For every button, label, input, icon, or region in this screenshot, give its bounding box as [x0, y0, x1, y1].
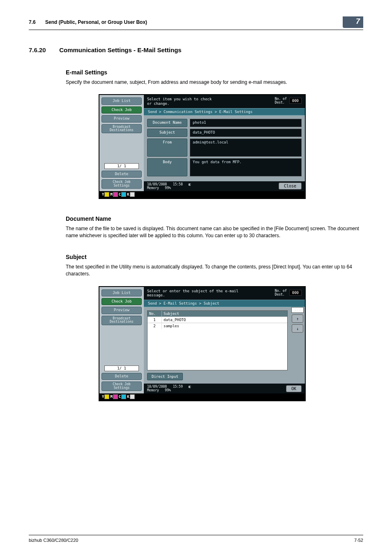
toner-y-icon [104, 192, 109, 197]
status-icon: ◧ [189, 183, 191, 186]
toner-c-label: C [119, 395, 121, 399]
toner-k-label: K [127, 395, 129, 399]
sidebar-pager: 1/ 1 [104, 163, 139, 169]
body-value: You got data from MFP. [190, 158, 302, 176]
subject-button[interactable]: Subject [147, 129, 187, 137]
from-button[interactable]: From [147, 139, 187, 157]
sidebar-pager: 1/ 1 [104, 365, 139, 371]
ok-button[interactable]: OK [286, 385, 302, 392]
status-date: 10/09/2008 [147, 183, 167, 186]
delete-button[interactable]: Delete [101, 171, 142, 178]
preview-button[interactable]: Preview [101, 307, 142, 314]
status-date: 10/09/2008 [147, 385, 167, 388]
col-header-no: No. [148, 311, 162, 317]
subject-table: No. Subject 1 data_PHOTO 2 samples [147, 310, 288, 370]
instruction-text: Select item you wish to check or change. [147, 97, 212, 106]
toner-m-label: M [110, 192, 112, 197]
row-subject: data_PHOTO [162, 317, 287, 323]
para-subject: The text specified in the Utility menu i… [66, 264, 363, 278]
subhead-email-settings: E-mail Settings [66, 69, 363, 76]
header-section-num: 7.6 [29, 19, 36, 25]
subhead-subject: Subject [66, 254, 363, 260]
arrow-up-icon: ↑ [296, 317, 299, 321]
status-memory-pct: 99% [165, 186, 171, 190]
page-indicator: 1/1 [291, 307, 304, 313]
toner-c-label: C [119, 192, 121, 197]
arrow-down-icon: ↓ [296, 326, 299, 331]
delete-button[interactable]: Delete [101, 373, 142, 380]
status-time: 15:59 [173, 385, 183, 388]
sidebar: Job List Check Job Preview Broadcast Des… [99, 95, 144, 191]
close-button[interactable]: Close [279, 183, 302, 190]
status-memory-label: Memory [147, 388, 159, 392]
instruction-text: Select or enter the subject of the e-mai… [147, 289, 238, 298]
toner-y-icon [104, 394, 109, 399]
dest-count-label: No. of Dest. [275, 97, 287, 104]
toner-c-icon [121, 192, 126, 197]
toner-k-label: K [127, 192, 129, 197]
table-row[interactable]: 1 data_PHOTO [148, 317, 287, 323]
document-name-button[interactable]: Document Name [147, 119, 187, 127]
row-no: 1 [148, 317, 162, 323]
document-name-value: photo1 [190, 119, 302, 127]
table-row[interactable]: 2 samples [148, 323, 287, 329]
toner-y-label: Y [102, 192, 104, 197]
subject-value: data_PHOTO [190, 129, 302, 137]
screenshot-subject: Job List Check Job Preview Broadcast Des… [99, 286, 363, 402]
row-subject: samples [162, 323, 287, 329]
check-job-settings-button[interactable]: Check Job Settings [101, 179, 142, 189]
scroll-down-button[interactable]: ↓ [292, 324, 303, 333]
toner-k-icon [130, 394, 135, 399]
status-icon: ◧ [189, 385, 191, 388]
job-list-button[interactable]: Job List [101, 289, 142, 296]
chapter-tab: 7 [343, 16, 363, 28]
scroll-up-button[interactable]: ↑ [292, 314, 303, 323]
broadcast-destinations-button[interactable]: Broadcast Destinations [101, 124, 142, 134]
footer-model: bizhub C360/C280/C220 [29, 538, 78, 543]
section-heading: 7.6.20 Communication Settings - E-Mail S… [29, 46, 363, 53]
screenshot-email-settings: Job List Check Job Preview Broadcast Des… [99, 94, 363, 199]
subhead-document-name: Document Name [66, 215, 363, 222]
section-title-text: Communication Settings - E-Mail Settings [59, 46, 182, 53]
job-list-button[interactable]: Job List [101, 97, 142, 104]
preview-button[interactable]: Preview [101, 115, 142, 122]
status-left: 10/09/2008 15:58 ◧ Memory 99% [147, 183, 191, 190]
toner-y-label: Y [102, 395, 104, 399]
status-time: 15:58 [173, 183, 183, 186]
toner-m-label: M [110, 395, 112, 399]
toner-m-icon [113, 192, 118, 197]
section-number: 7.6.20 [29, 46, 58, 53]
check-job-button[interactable]: Check Job [101, 106, 142, 113]
para-email-settings: Specify the document name, subject, From… [66, 79, 363, 86]
page-header: 7.6 Send (Public, Personal, or Group Use… [29, 16, 363, 30]
row-no: 2 [148, 323, 162, 329]
para-document-name: The name of the file to be saved is disp… [66, 225, 363, 240]
footer-page-number: 7-52 [354, 538, 363, 543]
toner-status-bar: Y M C K [99, 191, 305, 198]
header-left: 7.6 Send (Public, Personal, or Group Use… [29, 19, 147, 25]
toner-m-icon [113, 394, 118, 399]
from-value: admin@test.local [190, 139, 302, 157]
col-header-subject: Subject [162, 311, 287, 317]
dest-count-label: No. of Dest. [275, 289, 287, 296]
toner-status-bar: Y M C K [99, 393, 305, 400]
check-job-button[interactable]: Check Job [101, 298, 142, 305]
dest-count-value: 000 [289, 98, 302, 104]
header-section-title: Send (Public, Personal, or Group User Bo… [45, 19, 147, 25]
page-footer: bizhub C360/C280/C220 7-52 [29, 535, 363, 543]
breadcrumb: Send > Communication Settings > E-Mail S… [144, 108, 305, 116]
sidebar: Job List Check Job Preview Broadcast Des… [99, 287, 144, 394]
status-left: 10/09/2008 15:59 ◧ Memory 99% [147, 385, 191, 392]
status-memory-pct: 99% [165, 388, 171, 392]
dest-count-value: 000 [289, 290, 302, 296]
direct-input-button[interactable]: Direct Input [147, 373, 183, 380]
check-job-settings-button[interactable]: Check Job Settings [101, 382, 142, 391]
broadcast-destinations-button[interactable]: Broadcast Destinations [101, 316, 142, 325]
status-memory-label: Memory [147, 186, 159, 190]
toner-k-icon [130, 192, 135, 197]
body-button[interactable]: Body [147, 158, 187, 176]
toner-c-icon [121, 394, 126, 399]
breadcrumb: Send > E-Mail Settings > Subject [144, 300, 305, 307]
